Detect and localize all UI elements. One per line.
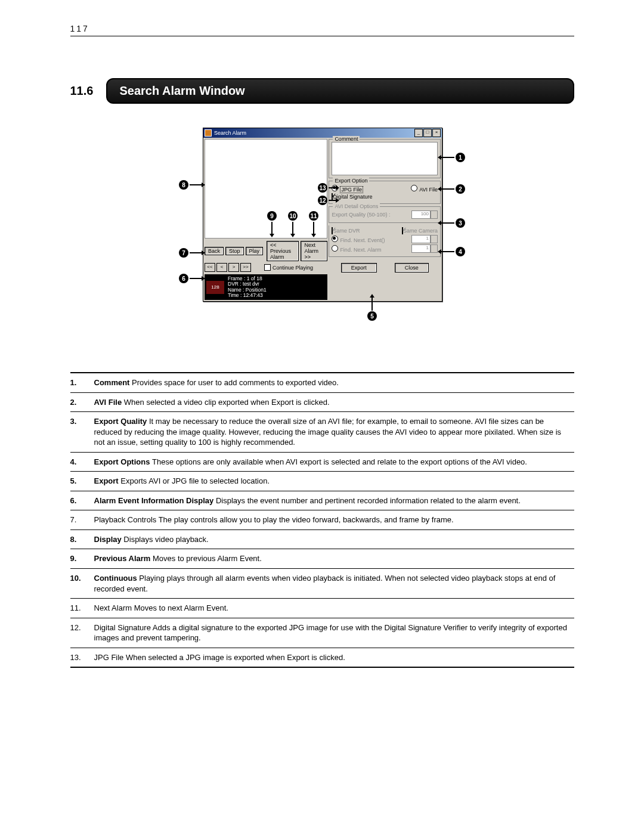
definition-row: 6.Alarm Event Information Display Displa… [70, 491, 574, 511]
same-camera-checkbox[interactable] [402, 227, 403, 234]
arrow-icon [329, 200, 336, 201]
export-button[interactable]: Export [341, 263, 377, 272]
info-bar: 128 Frame : 1 of 18 DVR : test dvr Name … [205, 274, 327, 300]
avi-file-label: AVI File [419, 187, 438, 193]
find-group: Same DVR Same Camera Find. Next. Event()… [329, 225, 441, 257]
spin-icon-3[interactable] [431, 244, 438, 253]
callout-10: 10 [288, 211, 298, 221]
definition-number: 13. [70, 652, 88, 663]
section-header: 11.6 Search Alarm Window [70, 78, 574, 104]
count-value-1[interactable]: 1 [411, 235, 431, 243]
alert-icon [205, 129, 212, 137]
count-value-2[interactable]: 1 [411, 244, 431, 253]
next-alarm-button[interactable]: Next Alarm >> [301, 241, 327, 261]
export-option-label: Export Option [333, 178, 369, 184]
callout-4: 4 [456, 247, 465, 256]
play-button[interactable]: Play [246, 247, 264, 255]
back-button[interactable]: Back [205, 247, 224, 255]
thumbnail: 128 [206, 281, 224, 294]
close-button[interactable]: Close [395, 263, 429, 272]
definition-number: 12. [70, 623, 88, 643]
callout-7: 7 [179, 248, 188, 258]
callout-13: 13 [318, 183, 327, 193]
arrow-icon [441, 251, 454, 252]
definition-row: 4.Export Options These options are only … [70, 453, 574, 472]
definition-row: 13.JPG File When selected a JPG image is… [70, 648, 574, 667]
search-alarm-dialog: Search Alarm _ □ × Back [203, 128, 442, 302]
close-icon[interactable]: × [432, 129, 441, 137]
definition-number: 9. [70, 553, 88, 564]
find-next-alarm-radio[interactable] [332, 245, 338, 252]
definition-row: 7.Playback Controls The play controls al… [70, 510, 574, 530]
definition-text: Previous Alarm Moves to previous Alarm E… [94, 553, 574, 564]
definition-row: 10.Continuous Playing plays through all … [70, 569, 574, 599]
video-display [205, 139, 327, 239]
definition-text: JPG File When selected a JPG image is ex… [94, 652, 574, 663]
section-number: 11.6 [70, 84, 94, 98]
export-quality-label: Export Quality (50-100) : [332, 212, 390, 218]
callout-11: 11 [309, 211, 318, 221]
arrow-icon [441, 188, 454, 190]
spin-icon-2[interactable] [431, 235, 438, 243]
same-camera-label: Same Camera [403, 228, 438, 234]
figure: Search Alarm _ □ × Back [179, 128, 465, 336]
arrow-icon [190, 278, 202, 279]
find-next-event-radio[interactable] [332, 236, 338, 242]
comment-group: Comment [329, 139, 441, 178]
definition-text: Digital Signature Adds a digital signatu… [94, 623, 574, 643]
same-dvr-label: Same DVR [333, 228, 360, 234]
definition-row: 8.Display Displays video playback. [70, 530, 574, 550]
callout-5: 5 [367, 311, 377, 321]
definition-text: Comment Provides space for user to add c… [94, 377, 574, 388]
definition-number: 8. [70, 534, 88, 545]
avi-detail-label: AVI Detail Options [333, 203, 380, 209]
maximize-icon[interactable]: □ [423, 129, 432, 137]
definition-text: Export Options These options are only av… [94, 457, 574, 467]
callout-3: 3 [456, 218, 465, 228]
definition-number: 6. [70, 496, 88, 506]
minimize-icon[interactable]: _ [414, 129, 423, 137]
definition-row: 12.Digital Signature Adds a digital sign… [70, 618, 574, 648]
arrow-icon [190, 252, 202, 253]
arrow-icon [371, 298, 373, 311]
info-time: Time : 12:47:43 [228, 293, 267, 298]
callout-1: 1 [456, 153, 465, 162]
definition-text: AVI File When selected a video clip expo… [94, 397, 574, 408]
step-back-button[interactable]: < [216, 263, 227, 272]
section-title: Search Alarm Window [106, 78, 574, 104]
rewind-button[interactable]: << [205, 263, 215, 272]
definition-row: 1.Comment Provides space for user to add… [70, 373, 574, 393]
arrow-icon [329, 187, 336, 188]
definition-row: 2.AVI File When selected a video clip ex… [70, 393, 574, 413]
arrow-icon [313, 222, 314, 234]
arrow-icon [190, 184, 202, 185]
fast-fwd-button[interactable]: >> [240, 263, 251, 272]
callout-9: 9 [267, 211, 277, 221]
definition-text: Continuous Playing plays through all ala… [94, 573, 574, 594]
jpg-file-label: JPG File [340, 186, 363, 193]
definition-text: Display Displays video playback. [94, 534, 574, 545]
export-quality-value[interactable]: 100 [411, 210, 431, 219]
avi-detail-group: AVI Detail Options Export Quality (50-10… [329, 206, 441, 223]
stop-button[interactable]: Stop [225, 247, 244, 255]
definition-text: Export Exports AVI or JPG file to select… [94, 476, 574, 487]
window-title: Search Alarm [214, 130, 246, 136]
arrow-icon [271, 222, 273, 234]
definition-row: 5.Export Exports AVI or JPG file to sele… [70, 472, 574, 491]
comment-textarea[interactable] [332, 142, 438, 175]
arrow-icon [292, 222, 293, 234]
titlebar: Search Alarm _ □ × [203, 128, 442, 138]
spin-icon[interactable] [431, 210, 438, 219]
continue-playing-checkbox[interactable] [264, 264, 271, 271]
arrow-icon [441, 157, 454, 158]
definition-table: 1.Comment Provides space for user to add… [70, 372, 574, 668]
find-next-event-label: Find. Next. Event() [340, 237, 385, 243]
avi-radio[interactable] [411, 185, 417, 191]
definition-number: 3. [70, 416, 88, 448]
step-fwd-button[interactable]: > [228, 263, 239, 272]
callout-12: 12 [318, 196, 327, 205]
callout-2: 2 [456, 184, 465, 194]
callout-8: 8 [179, 180, 188, 190]
definition-text: Alarm Event Information Display Displays… [94, 496, 574, 506]
previous-alarm-button[interactable]: << Previous Alarm [267, 241, 299, 261]
